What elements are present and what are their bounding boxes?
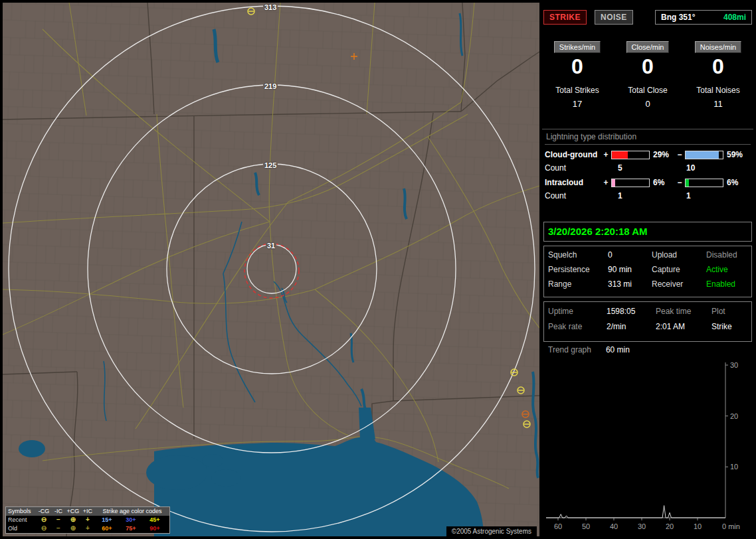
noises-per-min-button[interactable]: Noises/min <box>695 41 741 53</box>
legend-symbols-header: Symbols <box>6 507 37 516</box>
plus-sign: + <box>602 150 610 159</box>
age-45: 45+ <box>143 516 167 524</box>
peak-time-value: 2:01 AM <box>656 322 711 331</box>
copyright-text: ©2005 Astrogenic Systems <box>446 526 537 536</box>
svg-text:20: 20 <box>730 412 738 420</box>
top-toolbar: STRIKE NOISE Bng 351° 408mi <box>543 9 752 25</box>
cg-positive-fill <box>612 151 628 159</box>
upload-status: Disabled <box>706 250 747 260</box>
datetime-value: 3/20/2026 2:20:18 AM <box>548 226 648 237</box>
uptime-value: 1598:05 <box>607 307 656 316</box>
uptime-peak-summary: Uptime 1598:05 Peak time Plot Peak rate … <box>543 301 752 342</box>
legend-row-recent: Recent ⊖ − ⊕ + 15+ 30+ 45+ <box>6 516 169 524</box>
receiver-label: Receiver <box>652 279 706 289</box>
minus-sign: − <box>676 178 684 187</box>
cg-count-row: Count 5 10 <box>545 163 751 173</box>
range-ring-label: 125 <box>263 162 278 169</box>
squelch-label: Squelch <box>548 250 608 260</box>
svg-text:20: 20 <box>666 522 674 530</box>
noises-per-min-value: 0 <box>683 54 753 79</box>
ic-negative-bar <box>685 179 723 187</box>
strike-trend-chart: 3020106050403020100 min <box>542 358 753 536</box>
circled-minus-icon: ⊖ <box>37 516 51 524</box>
rate-counters: Strikes/min 0 Total Strikes 17 Close/min… <box>542 37 753 125</box>
settings-summary: Squelch 0 Upload Disabled Persistence 90… <box>543 246 752 297</box>
strikes-per-min-value: 0 <box>542 54 613 79</box>
range-ring-label: 219 <box>263 83 278 90</box>
plot-value: Strike <box>711 322 747 331</box>
close-per-min-button[interactable]: Close/min <box>626 41 670 53</box>
peak-rate-label: Peak rate <box>548 322 607 331</box>
range-ring-label: 31 <box>266 242 276 250</box>
count-label: Count <box>545 163 618 173</box>
legend-row-label: Recent <box>6 516 37 524</box>
count-label: Count <box>545 191 618 200</box>
svg-text:40: 40 <box>610 522 618 530</box>
lightning-distribution: Lightning type distribution Cloud-ground… <box>542 129 753 219</box>
range-value: 408mi <box>723 13 746 22</box>
cg-negative-pct: 59% <box>725 150 749 159</box>
capture-label: Capture <box>652 265 706 274</box>
total-noises-label: Total Noises <box>683 86 753 95</box>
legend-row-label: Old <box>6 524 37 533</box>
ic-count-row: Count 1 1 <box>545 191 751 200</box>
range-ring-label: 313 <box>263 4 278 11</box>
ic-positive-count: 1 <box>618 191 686 200</box>
status-panel: STRIKE NOISE Bng 351° 408mi Strikes/min … <box>542 3 753 536</box>
trend-graph-value: 60 min <box>606 345 630 354</box>
range-setting-value: 313 mi <box>608 279 652 289</box>
close-per-min-value: 0 <box>613 54 683 79</box>
circled-plus-icon: ⊕ <box>66 516 80 524</box>
age-60: 60+ <box>95 524 119 533</box>
cg-negative-fill <box>686 151 719 159</box>
svg-text:30: 30 <box>730 361 738 369</box>
cloud-ground-label: Cloud-ground <box>545 150 602 159</box>
map-legend: Symbols -CG -IC +CG +IC Strike age color… <box>5 506 170 534</box>
age-75: 75+ <box>119 524 143 533</box>
persistence-value: 90 min <box>608 265 652 274</box>
svg-text:0 min: 0 min <box>722 522 740 530</box>
bearing-value: Bng 351° <box>661 13 695 22</box>
intracloud-label: Intracloud <box>545 178 602 187</box>
legend-col-neg-ic: -IC <box>51 507 66 516</box>
uptime-label: Uptime <box>548 307 607 316</box>
cg-positive-count: 5 <box>618 163 686 173</box>
age-90: 90+ <box>143 524 167 533</box>
distribution-title: Lightning type distribution <box>545 129 751 145</box>
trend-graph-label: Trend graph <box>548 345 591 354</box>
squelch-value: 0 <box>608 250 652 260</box>
strikes-counter: Strikes/min 0 Total Strikes 17 <box>542 37 613 125</box>
strike-indicator[interactable]: STRIKE <box>543 10 587 25</box>
cg-negative-count: 10 <box>686 163 695 173</box>
legend-age-header: Strike age color codes <box>95 507 169 516</box>
legend-col-pos-cg: +CG <box>66 507 80 516</box>
svg-text:30: 30 <box>638 522 646 530</box>
range-label: Range <box>548 279 608 289</box>
svg-text:60: 60 <box>554 522 562 530</box>
ic-negative-fill <box>686 179 689 187</box>
receiver-status: Enabled <box>706 279 747 289</box>
peak-rate-value: 2/min <box>607 322 656 331</box>
capture-status: Active <box>706 265 747 274</box>
age-30: 30+ <box>119 516 143 524</box>
total-close-label: Total Close <box>613 86 683 95</box>
upload-label: Upload <box>652 250 706 260</box>
legend-col-neg-cg: -CG <box>37 507 51 516</box>
total-strikes-value: 17 <box>542 99 613 109</box>
lightning-map[interactable]: 313 219 125 31 Symbols -CG -IC +CG +IC S… <box>3 3 539 536</box>
strikes-per-min-button[interactable]: Strikes/min <box>554 41 601 53</box>
plus-icon: + <box>80 516 95 524</box>
cg-positive-pct: 29% <box>651 150 676 159</box>
minus-icon: − <box>51 524 66 533</box>
legend-header: Symbols -CG -IC +CG +IC Strike age color… <box>6 507 169 516</box>
noise-indicator[interactable]: NOISE <box>595 10 633 25</box>
datetime-display: 3/20/2026 2:20:18 AM <box>543 222 752 242</box>
total-strikes-label: Total Strikes <box>542 86 613 95</box>
svg-text:10: 10 <box>730 463 738 471</box>
intracloud-row: Intracloud + 6% − 6% <box>545 178 751 187</box>
minus-sign: − <box>676 150 684 159</box>
bearing-range-display: Bng 351° 408mi <box>655 10 752 25</box>
svg-text:10: 10 <box>694 522 702 530</box>
total-close-value: 0 <box>613 99 683 109</box>
svg-text:50: 50 <box>582 522 590 530</box>
